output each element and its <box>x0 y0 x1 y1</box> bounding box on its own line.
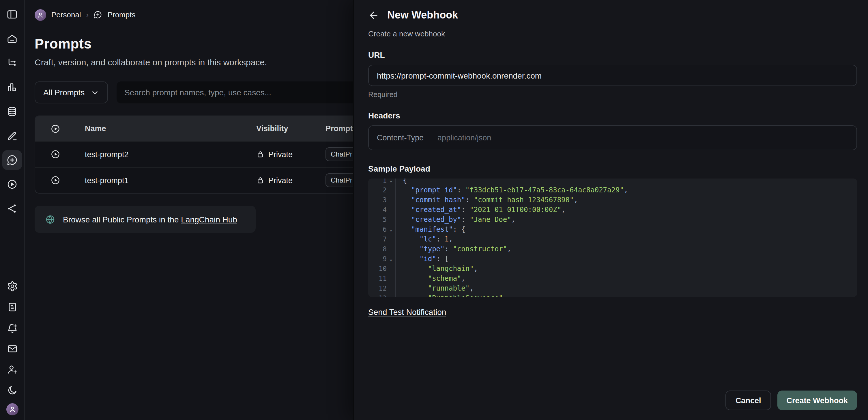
prompt-name[interactable]: test-prompt2 <box>75 150 256 159</box>
line-number: 8 <box>368 244 387 254</box>
line-number: 2 <box>368 186 387 195</box>
table-header-row: Name Visibility Prompt <box>35 116 405 141</box>
fold-chevron-icon[interactable]: ⌄ <box>387 225 395 234</box>
fold-spacer <box>387 215 395 225</box>
filter-label: All Prompts <box>43 88 85 97</box>
line-number: 10 <box>368 264 387 274</box>
fold-spacer <box>387 284 395 293</box>
code-text: "created_by": "Jane Doe", <box>403 215 516 225</box>
line-number: 11 <box>368 274 387 284</box>
fold-spacer <box>387 195 395 205</box>
code-text: "lc": 1, <box>403 234 453 244</box>
breadcrumb-separator: › <box>86 11 89 19</box>
open-playground-icon[interactable] <box>35 175 75 186</box>
code-line: 13 "RunnableSequence", <box>368 293 857 297</box>
dark-mode-moon-icon[interactable] <box>4 383 20 398</box>
monitoring-chart-icon[interactable] <box>2 77 22 97</box>
prompts-filter-dropdown[interactable]: All Prompts <box>35 81 107 104</box>
prompt-name[interactable]: test-prompt1 <box>75 176 256 185</box>
code-line: 12 "runnable", <box>368 284 857 293</box>
line-number: 5 <box>368 215 387 225</box>
play-circle-icon <box>35 123 75 134</box>
code-line: 11 "schema", <box>368 274 857 284</box>
code-line: 10 "langchain", <box>368 264 857 274</box>
url-helper: Required <box>368 91 857 99</box>
langchain-hub-link[interactable]: LangChain Hub <box>181 215 237 224</box>
workspace-avatar[interactable] <box>35 9 46 21</box>
fold-spacer <box>387 234 395 244</box>
fold-spacer <box>387 244 395 254</box>
code-line: 7 "lc": 1, <box>368 234 857 244</box>
home-icon[interactable] <box>2 29 22 49</box>
visibility-cell: Private <box>256 176 326 185</box>
visibility-label: Private <box>268 150 292 159</box>
line-number: 1 <box>368 178 387 186</box>
open-playground-icon[interactable] <box>35 149 75 160</box>
app-root: Personal › Prompts Prompts Craft, versio… <box>0 0 868 420</box>
code-text: "type": "constructor", <box>403 244 512 254</box>
fold-spacer <box>387 293 395 297</box>
visibility-cell: Private <box>256 150 326 159</box>
prompt-type-badge: ChatPr <box>326 173 358 187</box>
notifications-bell-plus-icon[interactable] <box>4 320 20 336</box>
header-key: Content-Type <box>377 134 424 142</box>
code-line: 6⌄ "manifest": { <box>368 225 857 234</box>
code-text: "created_at": "2021-01-01T00:00:00Z", <box>403 205 566 215</box>
fold-chevron-icon[interactable]: ⌄ <box>387 178 395 186</box>
code-text: { <box>403 178 407 186</box>
invite-person-plus-icon[interactable] <box>4 362 20 377</box>
code-text: "langchain", <box>403 264 478 274</box>
playground-play-icon[interactable] <box>2 174 22 194</box>
url-input[interactable] <box>377 71 848 80</box>
table-row[interactable]: test-prompt2 Private ChatPr <box>35 141 405 167</box>
column-header-visibility[interactable]: Visibility <box>256 124 326 133</box>
code-line: 9⌄ "id": [ <box>368 254 857 264</box>
line-number: 3 <box>368 195 387 205</box>
search-input[interactable] <box>116 81 370 104</box>
create-webhook-button[interactable]: Create Webhook <box>777 391 857 410</box>
user-avatar[interactable] <box>6 403 18 415</box>
breadcrumb-workspace[interactable]: Personal <box>51 10 81 19</box>
mail-envelope-icon[interactable] <box>4 341 20 357</box>
prompts-table: Name Visibility Prompt test-prompt2 Priv… <box>35 116 406 194</box>
fold-spacer <box>387 264 395 274</box>
trace-tree-icon[interactable] <box>2 53 22 73</box>
breadcrumb-page[interactable]: Prompts <box>107 10 135 19</box>
drawer-subtitle: Create a new webhook <box>368 29 857 38</box>
sidebar-top-group <box>2 0 22 218</box>
annotate-pencil-icon[interactable] <box>2 126 22 146</box>
line-number: 7 <box>368 234 387 244</box>
headers-field[interactable]: Content-Type application/json <box>368 125 857 150</box>
back-arrow-icon[interactable] <box>368 10 379 21</box>
code-line: 1⌄{ <box>368 178 857 186</box>
lock-icon <box>256 176 264 184</box>
sample-payload-editor[interactable]: 1⌄{2 "prompt_id": "f33dcb51-eb17-47a5-83… <box>368 178 857 297</box>
deployments-share-icon[interactable] <box>2 199 22 218</box>
new-webhook-drawer: New Webhook Create a new webhook URL Req… <box>353 0 868 420</box>
fold-chevron-icon[interactable]: ⌄ <box>387 254 395 264</box>
hub-banner-text: Browse all Public Prompts in the LangCha… <box>63 215 237 224</box>
code-line: 5 "created_by": "Jane Doe", <box>368 215 857 225</box>
sidebar-bottom-group <box>4 278 20 420</box>
settings-gear-icon[interactable] <box>4 278 20 294</box>
column-header-name[interactable]: Name <box>75 124 256 133</box>
table-row[interactable]: test-prompt1 Private ChatPr <box>35 167 405 193</box>
prompts-chat-plus-icon <box>94 10 102 19</box>
panel-toggle-icon[interactable] <box>2 5 22 24</box>
prompts-chat-plus-icon[interactable] <box>2 150 22 170</box>
fold-spacer <box>387 205 395 215</box>
code-text: "manifest": { <box>403 225 465 234</box>
cancel-button[interactable]: Cancel <box>726 391 771 410</box>
datasets-database-icon[interactable] <box>2 102 22 121</box>
drawer-title: New Webhook <box>387 9 458 21</box>
url-label: URL <box>368 50 857 59</box>
sidebar <box>0 0 25 420</box>
visibility-label: Private <box>268 176 292 185</box>
chevron-down-icon <box>90 88 99 97</box>
docs-document-icon[interactable] <box>4 299 20 315</box>
header-value-placeholder: application/json <box>437 134 491 142</box>
code-text: "commit_hash": "commit_hash_1234567890", <box>403 195 578 205</box>
prompt-type-badge: ChatPr <box>326 147 358 161</box>
code-text: "prompt_id": "f33dcb51-eb17-47a5-83ca-64… <box>403 186 628 195</box>
send-test-notification-link[interactable]: Send Test Notification <box>368 307 446 316</box>
